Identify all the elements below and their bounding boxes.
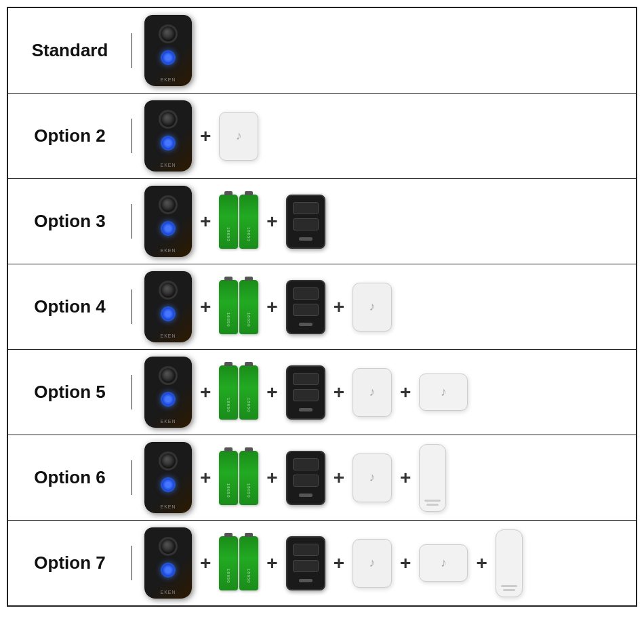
camera-lens: [159, 195, 178, 214]
plus-icon: +: [266, 382, 277, 403]
charger-port: [299, 323, 313, 326]
label-option2: Option 2: [8, 119, 132, 153]
plus-icon: +: [200, 467, 211, 489]
plus-icon: +: [400, 467, 411, 489]
plus-icon: +: [200, 125, 211, 147]
battery-1: 18650: [219, 280, 238, 334]
battery-1: 18650: [219, 451, 238, 505]
label-standard: Standard: [8, 33, 132, 68]
chime-small: ♪: [219, 112, 258, 161]
label-option6: Option 6: [8, 460, 132, 495]
battery-2: 18650: [239, 280, 258, 334]
brand-label: EKEN: [160, 419, 176, 424]
plus-icon: +: [266, 211, 277, 233]
chime-small: ♪: [353, 283, 392, 331]
battery-charger: [286, 195, 325, 249]
charger-port: [299, 494, 313, 497]
row-standard: Standard EKEN: [8, 8, 636, 94]
charger-slot-2: [293, 475, 319, 487]
doorbell-button: [161, 563, 176, 578]
chime-line-2: [426, 504, 439, 506]
label-option4: Option 4: [8, 289, 132, 324]
battery-charger: [286, 365, 325, 420]
plus-icon: +: [334, 467, 344, 489]
music-note-icon: ♪: [369, 556, 376, 570]
battery-pack: 18650 18650: [219, 451, 258, 505]
plus-icon: +: [334, 382, 344, 403]
row-option5: Option 5 EKEN + 18650 18650 + +: [8, 350, 636, 435]
content-option5: EKEN + 18650 18650 + + ♪ + ♪: [132, 350, 636, 435]
plus-icon: +: [266, 296, 277, 318]
doorbell-button: [161, 477, 176, 492]
content-option4: EKEN + 18650 18650 + + ♪: [132, 264, 636, 349]
doorbell-button: [161, 392, 176, 407]
charger-port: [299, 579, 313, 582]
charger-slot-2: [293, 304, 319, 316]
battery-1: 18650: [219, 536, 238, 590]
brand-label: EKEN: [160, 504, 176, 509]
brand-label: EKEN: [160, 77, 176, 82]
battery-1: 18650: [219, 195, 238, 249]
plus-icon: +: [334, 552, 344, 574]
music-note-icon: ♪: [369, 300, 376, 314]
charger-slot-1: [293, 458, 319, 470]
chime-small: ♪: [353, 454, 392, 502]
camera-lens: [159, 451, 178, 470]
plus-icon: +: [400, 552, 411, 574]
chime-line-2: [503, 589, 515, 591]
row-option2: Option 2 EKEN + ♪: [8, 94, 636, 179]
doorbell-option6: EKEN: [144, 442, 192, 513]
charger-slot-2: [293, 389, 319, 401]
battery-charger: [286, 280, 325, 334]
chime-large: ♪: [419, 544, 468, 582]
battery-2: 18650: [239, 536, 258, 590]
camera-lens: [159, 281, 178, 300]
charger-port: [299, 237, 313, 241]
chime-small: ♪: [353, 539, 392, 588]
camera-lens: [159, 366, 178, 385]
battery-2: 18650: [239, 365, 258, 420]
doorbell-button: [161, 306, 176, 321]
content-option3: EKEN + 18650 18650 +: [132, 179, 636, 264]
camera-lens: [159, 110, 178, 129]
row-option7: Option 7 EKEN + 18650 18650 + +: [8, 521, 636, 605]
plus-icon: +: [266, 552, 277, 574]
music-note-icon: ♪: [441, 556, 447, 570]
doorbell-button: [161, 136, 176, 150]
chime-large: ♪: [419, 374, 468, 411]
doorbell-button: [161, 221, 176, 236]
battery-2: 18650: [239, 195, 258, 249]
doorbell-option7: EKEN: [144, 527, 192, 599]
doorbell-button: [161, 50, 176, 65]
plus-icon: +: [266, 467, 277, 489]
chime-line-1: [424, 500, 441, 502]
charger-slot-1: [293, 373, 319, 385]
label-option5: Option 5: [8, 375, 132, 409]
brand-label: EKEN: [160, 590, 176, 595]
chime-small-1: ♪: [353, 368, 392, 417]
row-option6: Option 6 EKEN + 18650 18650 + +: [8, 435, 636, 521]
content-option6: EKEN + 18650 18650 + + ♪ +: [132, 435, 636, 520]
charger-slot-1: [293, 202, 319, 214]
battery-2: 18650: [239, 451, 258, 505]
plus-icon: +: [200, 552, 211, 574]
doorbell-option4: EKEN: [144, 271, 192, 342]
battery-charger: [286, 536, 325, 590]
battery-pack: 18650 18650: [219, 365, 258, 420]
camera-lens: [159, 537, 178, 556]
brand-label: EKEN: [160, 163, 176, 167]
product-options-table: Standard EKEN Option 2 EKEN: [7, 7, 637, 607]
doorbell-option5: EKEN: [144, 357, 192, 428]
battery-pack: 18650 18650: [219, 536, 258, 590]
brand-label: EKEN: [160, 248, 176, 253]
charger-slot-1: [293, 287, 319, 300]
music-note-icon: ♪: [369, 385, 376, 399]
row-option4: Option 4 EKEN + 18650 18650 + +: [8, 264, 636, 350]
charger-slot-2: [293, 560, 319, 572]
plus-icon: +: [400, 382, 411, 403]
content-standard: EKEN: [132, 8, 636, 93]
battery-1: 18650: [219, 365, 238, 420]
plus-icon: +: [334, 296, 344, 318]
doorbell-option3: EKEN: [144, 186, 192, 257]
doorbell-standard: EKEN: [144, 15, 192, 86]
